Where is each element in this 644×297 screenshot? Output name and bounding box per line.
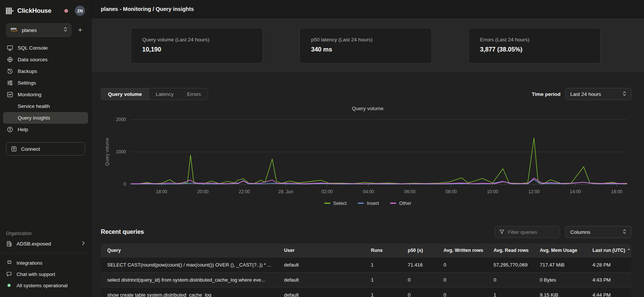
filter-icon <box>499 229 504 235</box>
sidebar-item-integrations[interactable]: Integrations <box>6 257 85 268</box>
svg-text:aws: aws <box>11 27 17 30</box>
col-written-rows[interactable]: Avg. Written rows <box>437 248 487 253</box>
chart-legend: Select Insert Other <box>91 200 644 206</box>
svg-text:0: 0 <box>123 182 126 187</box>
legend-item-other[interactable]: Other <box>390 200 411 206</box>
svg-text:02:00: 02:00 <box>321 189 333 194</box>
chat-icon <box>6 271 12 277</box>
svg-text:08:00: 08:00 <box>445 189 457 194</box>
stat-card-p50-latency: p50 latency (Last 24 hours) 340 ms <box>299 28 432 64</box>
service-name: planes <box>22 27 37 33</box>
connect-icon <box>11 146 17 152</box>
sidebar-item-query-insights[interactable]: Query insights <box>3 112 88 124</box>
sidebar-item-backups[interactable]: Backups <box>3 65 88 77</box>
chevron-right-icon <box>82 241 85 247</box>
settings-icon <box>7 80 13 86</box>
svg-text:04:00: 04:00 <box>363 189 374 194</box>
divider <box>0 253 91 253</box>
avatar[interactable]: ZN <box>75 6 85 16</box>
query-volume-chart: 01000200018:0020:0022:0028. Jun02:0004:0… <box>91 113 644 200</box>
svg-text:Query volume: Query volume <box>105 138 110 166</box>
chevron-updown-icon <box>623 91 626 97</box>
sidebar: ClickHouse ZN aws planes + SQL Console D <box>0 0 91 297</box>
service-selector[interactable]: aws planes <box>6 23 71 37</box>
aws-icon: aws <box>10 27 18 33</box>
organization-label: Organization <box>6 231 85 236</box>
svg-text:20:00: 20:00 <box>197 189 208 194</box>
chart-tabs: Query volume Latency Errors <box>101 88 208 100</box>
col-mem-usage[interactable]: Avg. Mem Usage <box>533 248 586 253</box>
monitoring-icon <box>7 91 13 98</box>
stat-card-errors: Errors (Last 24 hours) 3,877 (38.05%) <box>468 28 601 64</box>
col-user[interactable]: User <box>278 248 365 253</box>
connect-button[interactable]: Connect <box>6 142 85 156</box>
sidebar-item-monitoring[interactable]: Monitoring <box>3 89 88 100</box>
chevron-updown-icon <box>64 27 67 33</box>
sidebar-item-sql-console[interactable]: SQL Console <box>3 42 88 54</box>
stats-band: Query volume (Last 24 hours) 10,190 p50 … <box>91 18 644 73</box>
sidebar-item-service-health[interactable]: Service health <box>3 100 88 112</box>
svg-text:14:00: 14:00 <box>570 189 581 194</box>
backups-icon <box>7 68 13 74</box>
legend-item-insert[interactable]: Insert <box>358 200 379 206</box>
sidebar-item-chat-support[interactable]: Chat with support <box>6 268 85 280</box>
logo-row: ClickHouse ZN <box>0 0 91 20</box>
svg-text:22:00: 22:00 <box>238 189 250 194</box>
chart-title: Query volume <box>91 106 644 111</box>
stat-label: Query volume (Last 24 hours) <box>142 37 251 42</box>
svg-text:12:00: 12:00 <box>528 189 539 194</box>
table-row[interactable]: SELECT CAST(round(pow(count() / max(coun… <box>101 257 631 272</box>
col-p50[interactable]: p50 (s) <box>401 248 437 253</box>
clickhouse-logo-icon <box>6 8 14 14</box>
filter-queries-input[interactable] <box>508 229 553 235</box>
building-icon <box>6 241 12 247</box>
svg-text:2000: 2000 <box>116 117 126 122</box>
legend-item-select[interactable]: Select <box>324 200 347 206</box>
col-query[interactable]: Query <box>101 248 278 253</box>
page-header: planes - Monitoring / Query insights <box>91 0 644 18</box>
terminal-icon <box>7 45 13 51</box>
stat-label: p50 latency (Last 24 hours) <box>311 37 420 42</box>
stat-value: 340 ms <box>311 46 420 53</box>
svg-text:10:00: 10:00 <box>487 189 498 194</box>
table-header-row: Query User Runs p50 (s) Avg. Written row… <box>101 244 631 257</box>
add-service-button[interactable]: + <box>75 25 85 35</box>
tab-latency[interactable]: Latency <box>149 88 180 100</box>
other-swatch <box>390 203 396 204</box>
table-row[interactable]: select distrinct(query_id) from system.d… <box>101 272 631 287</box>
notification-dot[interactable] <box>64 9 68 13</box>
sidebar-item-system-status[interactable]: All systems operational <box>6 280 85 291</box>
stat-value: 3,877 (38.05%) <box>480 46 589 53</box>
stat-card-query-volume: Query volume (Last 24 hours) 10,190 <box>131 28 263 64</box>
sidebar-item-data-sources[interactable]: Data sources <box>3 54 88 65</box>
col-runs[interactable]: Runs <box>365 248 401 253</box>
columns-select[interactable]: Columns <box>565 226 631 238</box>
svg-text:18:00: 18:00 <box>156 189 167 194</box>
app-title: ClickHouse <box>17 7 52 15</box>
tab-query-volume[interactable]: Query volume <box>101 88 149 100</box>
sidebar-item-settings[interactable]: Settings <box>3 77 88 89</box>
svg-text:28. Jun: 28. Jun <box>278 189 293 194</box>
filter-queries-input-wrap[interactable] <box>495 226 560 238</box>
help-icon <box>7 126 13 133</box>
time-period-select[interactable]: Last 24 hours <box>565 88 631 100</box>
svg-text:06:00: 06:00 <box>404 189 415 194</box>
sort-asc-icon: ⌃ <box>627 248 630 253</box>
col-last-run[interactable]: Last run (UTC)⌃ <box>586 248 631 253</box>
status-dot <box>8 284 11 287</box>
tab-errors[interactable]: Errors <box>180 88 208 100</box>
insights-section: Query volume Latency Errors Time period … <box>91 73 644 297</box>
col-read-rows[interactable]: Avg. Read rows <box>487 248 533 253</box>
svg-text:16:00: 16:00 <box>611 189 622 194</box>
chevron-updown-icon <box>623 229 626 235</box>
data-sources-icon <box>7 56 13 63</box>
svg-text:1000: 1000 <box>116 149 126 155</box>
puzzle-icon <box>6 260 12 266</box>
insert-swatch <box>358 203 364 204</box>
breadcrumb: planes - Monitoring / Query insights <box>101 6 194 12</box>
main-content: planes - Monitoring / Query insights Que… <box>91 0 644 297</box>
organization-selector[interactable]: ADSB.exposed <box>6 241 85 247</box>
table-row[interactable]: show create table system.distributed_cac… <box>101 287 631 297</box>
sidebar-item-help[interactable]: Help <box>3 124 88 135</box>
time-period-label: Time period <box>532 91 560 97</box>
